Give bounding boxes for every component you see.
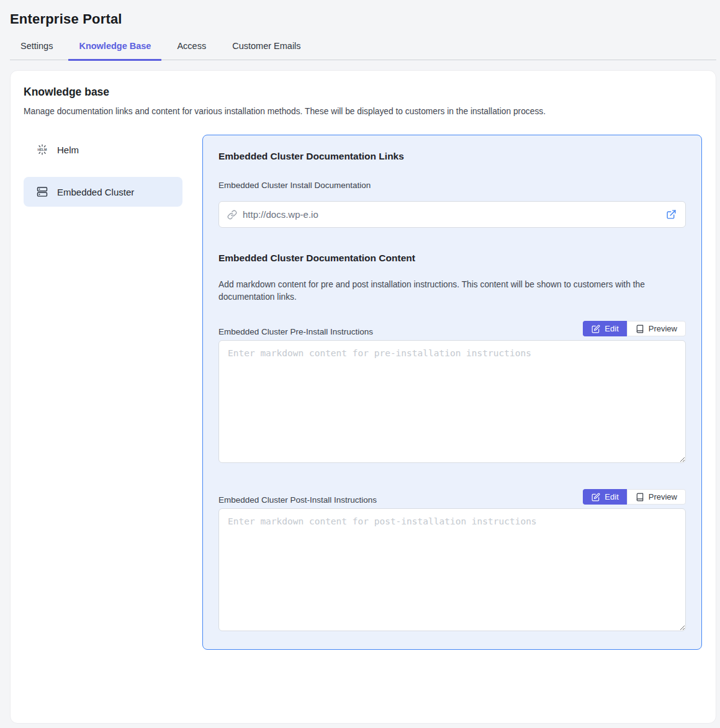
- links-section-title: Embedded Cluster Documentation Links: [218, 151, 686, 162]
- card-description: Manage documentation links and content f…: [24, 107, 702, 116]
- server-icon: [36, 186, 48, 198]
- link-icon: [227, 210, 237, 220]
- sidebar-item-label: Embedded Cluster: [57, 187, 134, 197]
- install-method-nav: HELM Helm: [24, 135, 182, 219]
- post-install-textarea[interactable]: [218, 508, 686, 631]
- svg-text:HELM: HELM: [37, 148, 47, 151]
- pre-install-edit-button[interactable]: Edit: [583, 321, 626, 336]
- embedded-cluster-panel: Embedded Cluster Documentation Links Emb…: [202, 135, 702, 650]
- install-doc-label: Embedded Cluster Install Documentation: [218, 181, 686, 190]
- install-doc-url-input[interactable]: [243, 209, 666, 220]
- install-doc-field: [218, 201, 686, 228]
- knowledge-base-card: Knowledge base Manage documentation link…: [10, 70, 716, 724]
- page-header: Enterprise Portal: [0, 0, 720, 27]
- sidebar-item-label: Helm: [57, 145, 79, 155]
- main-row: HELM Helm: [24, 135, 702, 650]
- pre-install-preview-button[interactable]: Preview: [627, 321, 686, 336]
- post-install-mode-toggle: Edit Preview: [583, 489, 686, 505]
- post-install-label: Embedded Cluster Post-Install Instructio…: [218, 495, 377, 505]
- sidebar-item-embedded-cluster[interactable]: Embedded Cluster: [24, 177, 182, 207]
- pre-install-mode-toggle: Edit Preview: [583, 321, 686, 336]
- tab-customer-emails[interactable]: Customer Emails: [222, 36, 311, 61]
- pre-install-textarea[interactable]: [218, 340, 686, 463]
- tab-access[interactable]: Access: [166, 36, 217, 61]
- edit-icon: [592, 325, 600, 333]
- tab-bar: Settings Knowledge Base Access Customer …: [10, 36, 716, 60]
- pre-install-label: Embedded Cluster Pre-Install Instruction…: [218, 327, 373, 336]
- helm-logo-icon: HELM: [36, 143, 48, 156]
- tab-knowledge-base[interactable]: Knowledge Base: [68, 36, 161, 61]
- edit-button-label: Edit: [605, 324, 618, 333]
- content-section-title: Embedded Cluster Documentation Content: [218, 253, 686, 264]
- preview-button-label: Preview: [649, 324, 677, 333]
- pre-install-header: Embedded Cluster Pre-Install Instruction…: [218, 321, 686, 336]
- sidebar-item-helm[interactable]: HELM Helm: [24, 135, 182, 164]
- card-title: Knowledge base: [24, 86, 702, 99]
- external-link-icon[interactable]: [666, 209, 677, 220]
- page-title: Enterprise Portal: [10, 11, 710, 27]
- post-install-header: Embedded Cluster Post-Install Instructio…: [218, 489, 686, 505]
- post-install-edit-button[interactable]: Edit: [583, 489, 626, 505]
- edit-button-label: Edit: [605, 492, 618, 501]
- book-icon: [636, 493, 644, 501]
- content-section-description: Add markdown content for pre and post in…: [218, 279, 686, 303]
- tab-settings[interactable]: Settings: [10, 36, 63, 61]
- post-install-preview-button[interactable]: Preview: [627, 489, 686, 505]
- edit-icon: [592, 493, 600, 501]
- book-icon: [636, 325, 644, 333]
- preview-button-label: Preview: [649, 492, 677, 501]
